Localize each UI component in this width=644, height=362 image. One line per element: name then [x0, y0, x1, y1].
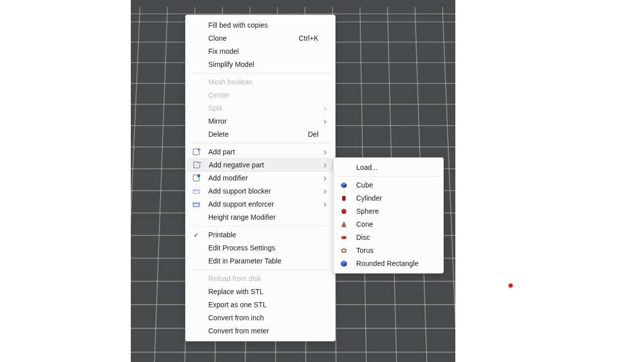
menu-item-label: Fix model — [208, 47, 239, 55]
empty-icon-slot — [191, 21, 201, 30]
submenu-item-label: Load... — [356, 163, 378, 171]
submenu-item-label: Cube — [356, 181, 373, 189]
empty-icon-slot — [191, 243, 201, 252]
menu-item-add-part[interactable]: Add part › — [186, 145, 335, 158]
submenu-arrow-icon: › — [323, 187, 327, 195]
empty-icon-slot — [191, 313, 201, 322]
menu-item-delete[interactable]: Delete Del — [186, 128, 335, 141]
submenu-arrow-icon: › — [323, 148, 327, 156]
menu-item-label: Convert from inch — [208, 314, 264, 322]
support-enforcer-icon — [191, 200, 201, 209]
add-negative-part-icon — [192, 160, 202, 169]
menu-item-simplify-model[interactable]: Simplify Model — [186, 58, 335, 71]
add-part-icon — [191, 147, 201, 156]
submenu-item-cube[interactable]: Cube — [334, 178, 443, 192]
menu-item-clone[interactable]: Clone Ctrl+K — [186, 32, 335, 45]
submenu-item-sphere[interactable]: Sphere — [334, 205, 443, 218]
add-modifier-icon — [191, 173, 201, 183]
empty-icon-slot — [191, 300, 201, 309]
empty-icon-slot — [191, 213, 201, 222]
submenu-arrow-icon: › — [323, 200, 327, 208]
sphere-icon — [340, 207, 348, 215]
menu-item-label: Convert from meter — [208, 327, 269, 335]
cylinder-icon — [340, 194, 348, 202]
submenu-item-label: Disc — [356, 233, 370, 241]
menu-item-label: Mesh boolean — [208, 78, 253, 86]
menu-item-edit-process-settings[interactable]: Edit Process Settings — [186, 241, 335, 254]
menu-item-label: Center — [208, 91, 229, 99]
menu-separator — [190, 269, 331, 270]
menu-item-edit-in-parameter-table[interactable]: Edit in Parameter Table — [186, 254, 335, 267]
empty-icon-slot — [191, 34, 201, 43]
empty-icon-slot — [191, 274, 201, 283]
menu-item-add-support-blocker[interactable]: Add support blocker › — [186, 185, 335, 198]
menu-item-label: Printable — [208, 231, 236, 239]
submenu-item-cylinder[interactable]: Cylinder — [334, 192, 443, 205]
red-cursor-dot — [509, 284, 513, 288]
menu-item-export-as-one-stl[interactable]: Export as one STL — [186, 298, 335, 311]
menu-item-convert-from-inch[interactable]: Convert from inch — [186, 311, 335, 324]
menu-separator — [190, 143, 331, 143]
submenu-item-label: Rounded Rectangle — [356, 259, 419, 267]
menu-item-label: Clone — [208, 34, 227, 42]
add-negative-part-submenu: Load... Cube Cylinder Sphere — [333, 157, 444, 274]
empty-icon-slot — [191, 130, 201, 139]
menu-item-label: Add part — [208, 148, 235, 156]
checkmark-icon: ✓ — [191, 230, 201, 239]
menu-item-label: Add negative part — [209, 161, 264, 169]
empty-icon-slot — [191, 326, 201, 335]
menu-item-reload-from-disk: Reload from disk — [186, 272, 335, 285]
disc-icon — [340, 233, 348, 241]
cone-icon — [340, 220, 348, 228]
menu-item-fill-bed-with-copies[interactable]: Fill bed with copies — [186, 19, 335, 32]
menu-item-label: Replace with STL — [208, 288, 264, 296]
menu-item-label: Reload from disk — [208, 275, 261, 283]
menu-item-convert-from-meter[interactable]: Convert from meter — [186, 324, 335, 337]
empty-icon-slot — [191, 60, 201, 69]
menu-item-label: Split — [208, 104, 222, 112]
menu-item-height-range-modifier[interactable]: Height range Modifier — [186, 211, 335, 224]
submenu-arrow-icon: › — [323, 174, 327, 182]
menu-item-label: Edit in Parameter Table — [208, 257, 281, 265]
menu-item-label: Export as one STL — [208, 301, 267, 309]
menu-separator — [190, 226, 331, 226]
menu-item-replace-with-stl[interactable]: Replace with STL — [186, 285, 335, 298]
menu-item-add-negative-part[interactable]: Add negative part › — [188, 158, 333, 171]
menu-item-label: Add support blocker — [208, 187, 271, 195]
empty-icon-slot — [191, 104, 201, 113]
empty-icon-slot — [191, 47, 201, 56]
menu-item-label: Delete — [208, 130, 228, 138]
menu-item-label: Mirror — [208, 117, 227, 125]
menu-item-label: Height range Modifier — [208, 213, 276, 221]
submenu-item-rounded-rectangle[interactable]: Rounded Rectangle — [334, 257, 443, 270]
submenu-item-cone[interactable]: Cone — [334, 218, 443, 231]
support-blocker-icon — [191, 187, 201, 196]
menu-item-label: Edit Process Settings — [208, 244, 275, 252]
cube-icon — [340, 181, 348, 189]
empty-icon-slot — [191, 287, 201, 296]
menu-item-add-support-enforcer[interactable]: Add support enforcer › — [186, 198, 335, 211]
empty-icon-slot — [191, 77, 201, 86]
menu-item-fix-model[interactable]: Fix model — [186, 45, 335, 58]
empty-icon-slot — [340, 163, 348, 171]
empty-icon-slot — [191, 117, 201, 126]
submenu-item-torus[interactable]: Torus — [334, 244, 443, 257]
empty-icon-slot — [191, 256, 201, 265]
submenu-separator — [338, 176, 439, 176]
menu-item-center: Center — [186, 88, 335, 102]
menu-item-label: Add modifier — [208, 174, 248, 182]
submenu-item-label: Cylinder — [356, 194, 382, 202]
menu-item-add-modifier[interactable]: Add modifier › — [186, 171, 335, 185]
shortcut-label: Ctrl+K — [299, 34, 318, 42]
menu-item-split: Split › — [186, 102, 335, 115]
object-context-menu: Fill bed with copies Clone Ctrl+K Fix mo… — [185, 15, 336, 341]
submenu-item-load[interactable]: Load... — [334, 161, 443, 174]
torus-icon — [340, 246, 348, 254]
submenu-arrow-icon: › — [323, 117, 327, 125]
menu-item-mirror[interactable]: Mirror › — [186, 115, 335, 128]
menu-item-mesh-boolean: Mesh boolean — [186, 75, 335, 88]
menu-item-label: Add support enforcer — [208, 200, 274, 208]
menu-item-printable[interactable]: ✓ Printable — [186, 228, 335, 241]
submenu-item-disc[interactable]: Disc — [334, 231, 443, 244]
submenu-item-label: Cone — [356, 220, 373, 228]
